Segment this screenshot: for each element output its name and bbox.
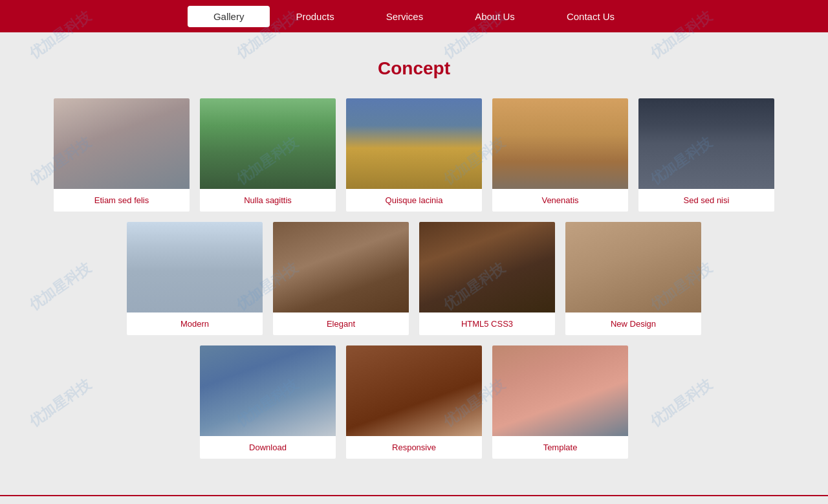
nav-item-products[interactable]: Products — [270, 6, 360, 27]
gallery-image — [346, 98, 482, 189]
gallery-caption: New Design — [565, 312, 701, 335]
gallery-item-download[interactable]: Download — [200, 345, 336, 459]
gallery-item-sed-sed-nisi[interactable]: Sed sed nisi — [638, 98, 774, 212]
gallery-item-template[interactable]: Template — [492, 345, 628, 459]
gallery-caption: Download — [200, 436, 336, 459]
gallery-image — [200, 98, 336, 189]
gallery-image — [492, 345, 628, 436]
gallery-image — [419, 222, 555, 312]
gallery-item-quisque-lacinia[interactable]: Quisque lacinia — [346, 98, 482, 212]
gallery-image — [346, 345, 482, 436]
gallery-image — [273, 222, 409, 312]
gallery-caption: Quisque lacinia — [346, 189, 482, 212]
nav-item-contact-us[interactable]: Contact Us — [541, 6, 640, 27]
gallery-item-responsive[interactable]: Responsive — [346, 345, 482, 459]
gallery-image — [127, 222, 263, 312]
gallery-caption: Nulla sagittis — [200, 189, 336, 212]
gallery-image — [638, 98, 774, 189]
gallery-caption: Responsive — [346, 436, 482, 459]
gallery-row-0: Etiam sed felisNulla sagittisQuisque lac… — [39, 98, 789, 212]
gallery-caption: Modern — [127, 312, 263, 335]
gallery-caption: Sed sed nisi — [638, 189, 774, 212]
gallery-item-etiam-sed-felis[interactable]: Etiam sed felis — [54, 98, 190, 212]
gallery-caption: Etiam sed felis — [54, 189, 190, 212]
page-title: Concept — [0, 32, 828, 98]
gallery-caption: HTML5 CSS3 — [419, 312, 555, 335]
gallery-row-2: DownloadResponsiveTemplate — [39, 345, 789, 459]
footer: Copyright © 2084 Your Company Name — [0, 495, 828, 504]
gallery-item-new-design[interactable]: New Design — [565, 222, 701, 335]
gallery-caption: Template — [492, 436, 628, 459]
gallery-image — [200, 345, 336, 436]
gallery-row-1: ModernElegantHTML5 CSS3New Design — [39, 222, 789, 335]
gallery-image — [492, 98, 628, 189]
gallery-caption: Venenatis — [492, 189, 628, 212]
nav-item-about-us[interactable]: About Us — [449, 6, 541, 27]
gallery-image — [565, 222, 701, 312]
gallery-item-html5-css3[interactable]: HTML5 CSS3 — [419, 222, 555, 335]
nav-item-services[interactable]: Services — [360, 6, 450, 27]
gallery-section: Etiam sed felisNulla sagittisQuisque lac… — [26, 98, 802, 495]
navbar: GalleryProductsServicesAbout UsContact U… — [0, 0, 828, 32]
gallery-item-nulla-sagittis[interactable]: Nulla sagittis — [200, 98, 336, 212]
gallery-item-modern[interactable]: Modern — [127, 222, 263, 335]
gallery-item-venenatis[interactable]: Venenatis — [492, 98, 628, 212]
gallery-image — [54, 98, 190, 189]
gallery-item-elegant[interactable]: Elegant — [273, 222, 409, 335]
gallery-caption: Elegant — [273, 312, 409, 335]
nav-item-gallery[interactable]: Gallery — [188, 6, 270, 27]
